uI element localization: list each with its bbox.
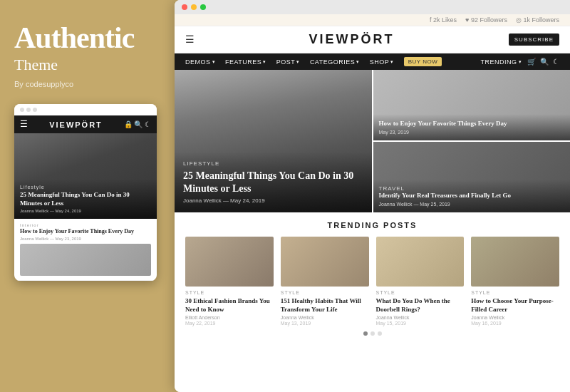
trending-card3-image [376, 237, 465, 287]
hero-right-card2[interactable]: Travel Identify Your Real Treasures and … [373, 142, 571, 212]
hero-right-card1[interactable]: How to Enjoy Your Favorite Things Every … [373, 70, 571, 140]
trending-section-title: TRENDING POSTS [185, 221, 559, 229]
trending-card3-title: What Do You Do When the Doorbell Rings? [376, 297, 465, 314]
hero-right-cards: How to Enjoy Your Favorite Things Every … [373, 70, 571, 212]
trending-card-1[interactable]: Style 30 Ethical Fashion Brands You Need… [185, 237, 274, 326]
mobile-dot-red [20, 108, 24, 112]
mobile-logo: VIEWPÖRT [49, 120, 103, 129]
hero-card2-title: Identify Your Real Treasures and Finally… [379, 192, 565, 200]
hero-card1-title: How to Enjoy Your Favorite Things Every … [379, 120, 565, 128]
nav-features[interactable]: FEATURES ▾ [225, 58, 266, 66]
subscribe-button[interactable]: SUBSCRIBE [509, 33, 559, 46]
trending-card1-image [185, 237, 274, 287]
hero-card2-meta: Joanna Wellick — May 25, 2019 [379, 202, 565, 207]
dot-2[interactable] [370, 331, 375, 336]
mobile-hero: Lifestyle 25 Meaningful Things You Can D… [14, 133, 157, 219]
mobile-card2-category: Interior [20, 223, 151, 227]
trending-card4-date: May 16, 2019 [471, 321, 559, 326]
hero-card2-overlay: Travel Identify Your Real Treasures and … [373, 180, 571, 212]
hamburger-icon[interactable]: ☰ [185, 33, 195, 46]
chrome-dot-yellow [191, 4, 197, 10]
nav-demos[interactable]: DEMOS ▾ [185, 58, 215, 66]
trending-card3-category: Style [376, 290, 465, 295]
dark-mode-icon[interactable]: ☾ [553, 58, 559, 66]
nav-trending[interactable]: TRENDING ▾ [481, 58, 522, 66]
trending-section: TRENDING POSTS Style 30 Ethical Fashion … [175, 212, 570, 341]
mobile-hero-category: Lifestyle [20, 185, 151, 190]
trending-card4-author: Joanna Wellick [471, 315, 559, 320]
hero-main-meta: Joanna Wellick — May 24, 2019 [183, 197, 363, 204]
hero-main-category: Lifestyle [183, 160, 363, 167]
trending-card3-date: May 15, 2019 [376, 321, 465, 326]
trending-card2-image [281, 237, 369, 287]
trending-card-3[interactable]: Style What Do You Do When the Doorbell R… [376, 237, 465, 326]
site-nav: DEMOS ▾ FEATURES ▾ POST ▾ CATEGORIES ▾ S… [175, 53, 570, 70]
mobile-hamburger-icon: ☰ [20, 119, 28, 130]
dot-3[interactable] [378, 331, 382, 336]
mobile-nav: ☰ VIEWPÖRT 🔒 🔍 ☾ [14, 115, 157, 133]
theme-author: By codesupplyco [14, 80, 73, 88]
site-top-bar: f 2k Likes ♥ 92 Followers ◎ 1k Followers [175, 14, 570, 26]
desktop-mockup: f 2k Likes ♥ 92 Followers ◎ 1k Followers… [175, 0, 570, 392]
chrome-dot-green [200, 4, 206, 10]
mobile-mockup: ☰ VIEWPÖRT 🔒 🔍 ☾ Lifestyle 25 Meaningful… [14, 104, 157, 280]
dot-1[interactable] [363, 331, 368, 336]
nav-categories[interactable]: CATEGORIES ▾ [310, 58, 360, 66]
trending-card1-author: Elliott Anderson [185, 315, 274, 320]
nav-post[interactable]: POST ▾ [276, 58, 300, 66]
trending-card4-category: Style [471, 290, 559, 295]
site-content: Lifestyle 25 Meaningful Things You Can D… [175, 70, 570, 392]
nav-shop[interactable]: SHOP ▾ [370, 58, 394, 66]
trending-card2-author: Joanna Wellick [281, 315, 369, 320]
trending-card-2[interactable]: Style 151 Healthy Habits That Will Trans… [281, 237, 369, 326]
browser-chrome [175, 0, 570, 14]
pagination-dots [185, 331, 559, 336]
trending-card4-title: How to Choose Your Purpose-Filled Career [471, 297, 559, 314]
mobile-card2-image [20, 244, 151, 276]
hero-section: Lifestyle 25 Meaningful Things You Can D… [175, 70, 570, 212]
social-followers-heart: ♥ 92 Followers [465, 16, 507, 24]
nav-buy-now[interactable]: BUY NOW [404, 57, 442, 66]
trending-card2-category: Style [281, 290, 369, 295]
social-followers-ig: ◎ 1k Followers [516, 16, 559, 24]
theme-title: Authentic [14, 21, 134, 54]
mobile-card2-meta: Joanna Wellick — May 23, 2019 [20, 237, 151, 241]
cart-icon[interactable]: 🛒 [527, 58, 536, 66]
left-panel: Authentic Theme By codesupplyco ☰ VIEWPÖ… [0, 0, 175, 392]
trending-card4-image [471, 237, 559, 287]
site-logo[interactable]: VIEWPÖRT [309, 32, 394, 47]
hero-main-overlay: Lifestyle 25 Meaningful Things You Can D… [175, 152, 372, 212]
mobile-card2: Interior How to Enjoy Your Favorite Thin… [14, 219, 157, 280]
nav-icon-group: 🛒 🔍 ☾ [527, 58, 559, 66]
trending-card1-category: Style [185, 290, 274, 295]
chrome-dot-red [182, 4, 187, 10]
trending-card2-title: 151 Healthy Habits That Will Transform Y… [281, 297, 369, 314]
site-header: ☰ VIEWPÖRT SUBSCRIBE [175, 26, 570, 53]
mobile-top-bar [14, 104, 157, 115]
theme-subtitle: Theme [14, 56, 58, 74]
hero-main-card[interactable]: Lifestyle 25 Meaningful Things You Can D… [175, 70, 372, 212]
social-likes: f 2k Likes [430, 16, 457, 24]
mobile-hero-meta: Joanna Wellick — May 24, 2019 [20, 209, 151, 213]
hero-main-title: 25 Meaningful Things You Can Do in 30 Mi… [183, 170, 363, 195]
mobile-dot-yellow [26, 108, 31, 112]
hero-card2-category: Travel [379, 185, 565, 192]
hero-card1-meta: May 23, 2019 [379, 130, 565, 135]
trending-grid: Style 30 Ethical Fashion Brands You Need… [185, 237, 559, 326]
mobile-hero-title: 25 Meaningful Things You Can Do in 30 Mi… [20, 191, 151, 207]
mobile-dot-green [33, 108, 37, 112]
mobile-hero-overlay: Lifestyle 25 Meaningful Things You Can D… [14, 179, 157, 219]
hero-card1-overlay: How to Enjoy Your Favorite Things Every … [373, 114, 571, 140]
trending-card1-date: May 22, 2019 [185, 321, 274, 326]
nav-trending-group: TRENDING ▾ 🛒 🔍 ☾ [481, 58, 560, 66]
trending-card1-title: 30 Ethical Fashion Brands You Need to Kn… [185, 297, 274, 314]
trending-card3-author: Joanna Wellick [376, 315, 465, 320]
search-icon[interactable]: 🔍 [540, 58, 549, 66]
mobile-nav-icons: 🔒 🔍 ☾ [124, 120, 151, 128]
mobile-card2-title: How to Enjoy Your Favorite Things Every … [20, 228, 151, 235]
trending-card-4[interactable]: Style How to Choose Your Purpose-Filled … [471, 237, 559, 326]
trending-card2-date: May 13, 2019 [281, 321, 369, 326]
